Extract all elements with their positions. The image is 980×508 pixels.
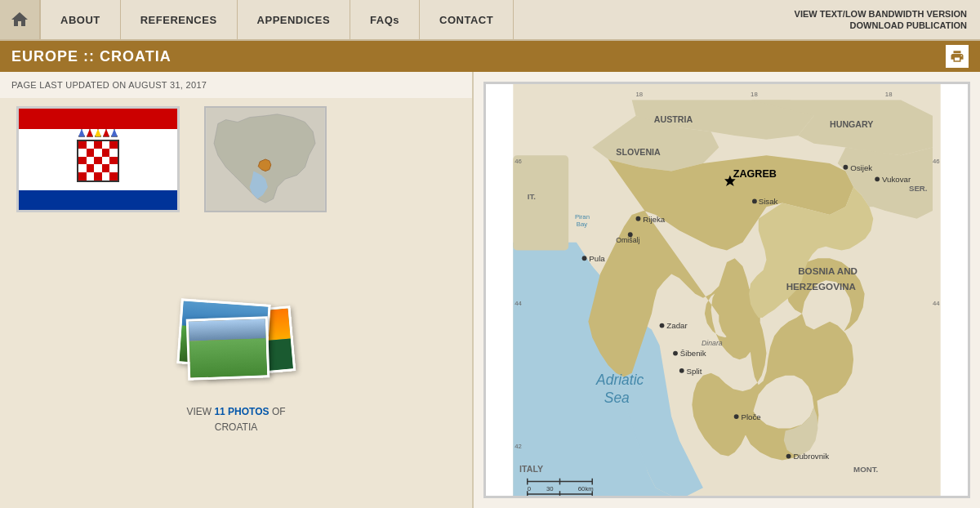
view-text-link[interactable]: VIEW TEXT/LOW BANDWIDTH VERSION (795, 9, 967, 19)
europe-locator-map (204, 106, 327, 212)
svg-rect-2 (513, 155, 568, 250)
sisak-dot (752, 199, 757, 204)
zadar-label: Zadar (666, 321, 688, 330)
crown-point-1 (78, 129, 85, 137)
pula-label: Pula (589, 254, 605, 263)
zadar-dot (660, 323, 665, 328)
tab-references[interactable]: REFERENCES (121, 0, 238, 39)
crown-point-4 (103, 129, 109, 137)
italy-label: ITALY (519, 464, 543, 474)
croatia-flag (16, 106, 180, 212)
nav-right-links: VIEW TEXT/LOW BANDWIDTH VERSION DOWNLOAD… (795, 0, 980, 39)
ploce-label: Ploče (741, 412, 760, 421)
photo-thumb-3 (186, 316, 270, 380)
home-icon (10, 10, 29, 29)
svg-text:Adriatic: Adriatic (595, 372, 644, 388)
locator-svg (206, 108, 325, 211)
coat-crown (78, 129, 118, 137)
coat-shield (77, 140, 119, 182)
svg-text:44: 44 (514, 300, 522, 307)
vukovar-label: Vukovar (882, 175, 911, 184)
dubrovnik-dot (786, 454, 791, 459)
sisak-label: Sisak (759, 197, 778, 206)
svg-text:Sea: Sea (604, 390, 630, 406)
bosnia-label: BOSNIA AND (798, 265, 858, 276)
dubrovnik-label: Dubrovnik (793, 452, 829, 461)
austria-label: AUSTRIA (654, 114, 693, 124)
country-label: CROATIA (215, 421, 257, 433)
rijeka-label: Rijeka (643, 215, 666, 224)
piran-bay-label: Piran (575, 213, 590, 221)
tab-contact[interactable]: CONTACT (420, 0, 514, 39)
tab-about[interactable]: ABOUT (41, 0, 121, 39)
flag-blue-stripe (19, 190, 177, 211)
split-label: Split (687, 367, 702, 376)
left-panel: PAGE LAST UPDATED ON AUGUST 31, 2017 (0, 72, 474, 508)
map-container: Adriatic Sea AUSTRIA HUNGARY SLOVENIA BO… (483, 82, 970, 498)
sibenik-dot (673, 351, 678, 356)
photos-link[interactable]: 11 PHOTOS (214, 406, 269, 417)
sibenik-label: Šibenik (680, 349, 706, 358)
svg-text:44: 44 (933, 300, 940, 307)
home-button[interactable] (0, 0, 41, 39)
pula-dot (582, 256, 587, 261)
svg-text:18: 18 (751, 91, 758, 98)
view-label: VIEW (186, 406, 214, 417)
herzegovina-label: HERZEGOVINA (786, 281, 857, 292)
of-label: OF (270, 406, 286, 417)
ploce-dot (734, 414, 739, 419)
download-link[interactable]: DOWNLOAD PUBLICATION (850, 20, 967, 30)
navbar: ABOUT REFERENCES APPENDICES FAQs CONTACT… (0, 0, 980, 41)
hungary-label: HUNGARY (830, 119, 873, 129)
main-content: PAGE LAST UPDATED ON AUGUST 31, 2017 (0, 72, 980, 508)
osijek-dot (843, 165, 848, 170)
svg-text:46: 46 (514, 158, 522, 165)
svg-text:18: 18 (885, 91, 893, 98)
osijek-label: Osijek (850, 163, 872, 172)
coat-of-arms (74, 129, 122, 190)
tab-appendices[interactable]: APPENDICES (238, 0, 351, 39)
croatia-map-svg: Adriatic Sea AUSTRIA HUNGARY SLOVENIA BO… (486, 84, 968, 496)
italy-abbr: IT. (528, 192, 537, 201)
flag-white-stripe (19, 129, 177, 190)
svg-text:46: 46 (933, 158, 940, 165)
crown-point-5 (111, 129, 118, 137)
vukovar-dot (875, 176, 880, 181)
flag-red-stripe (19, 109, 177, 129)
dinara-label: Dinara (702, 339, 723, 347)
print-icon (950, 49, 964, 64)
zagreb-label: ZAGREB (733, 168, 777, 180)
photos-section: VIEW 11 PHOTOS OF CROATIA (0, 221, 472, 508)
print-button[interactable] (946, 45, 969, 68)
flag-stripes (19, 109, 177, 210)
svg-text:60km: 60km (578, 485, 594, 492)
crown-point-3 (95, 129, 101, 137)
rijeka-dot (636, 216, 641, 221)
tab-faqs[interactable]: FAQs (350, 0, 420, 39)
mont-abbr: MONT. (853, 465, 878, 474)
svg-text:Bay: Bay (577, 221, 587, 228)
ser-abbr: SER. (909, 184, 928, 193)
page-title: EUROPE :: CROATIA (11, 48, 172, 65)
svg-text:42: 42 (514, 443, 522, 450)
crown-point-2 (87, 129, 93, 137)
title-bar: EUROPE :: CROATIA (0, 41, 980, 72)
svg-text:18: 18 (636, 91, 644, 98)
flag-map-row (0, 98, 472, 221)
photo-caption: VIEW 11 PHOTOS OF CROATIA (186, 404, 285, 435)
right-panel: Adriatic Sea AUSTRIA HUNGARY SLOVENIA BO… (474, 72, 980, 508)
omisalj-label: Omišalj (616, 236, 639, 244)
update-date: PAGE LAST UPDATED ON AUGUST 31, 2017 (0, 72, 472, 98)
photos-stack (163, 293, 310, 391)
svg-text:30: 30 (546, 485, 554, 492)
slovenia-label: SLOVENIA (616, 147, 661, 157)
split-dot (679, 368, 684, 373)
